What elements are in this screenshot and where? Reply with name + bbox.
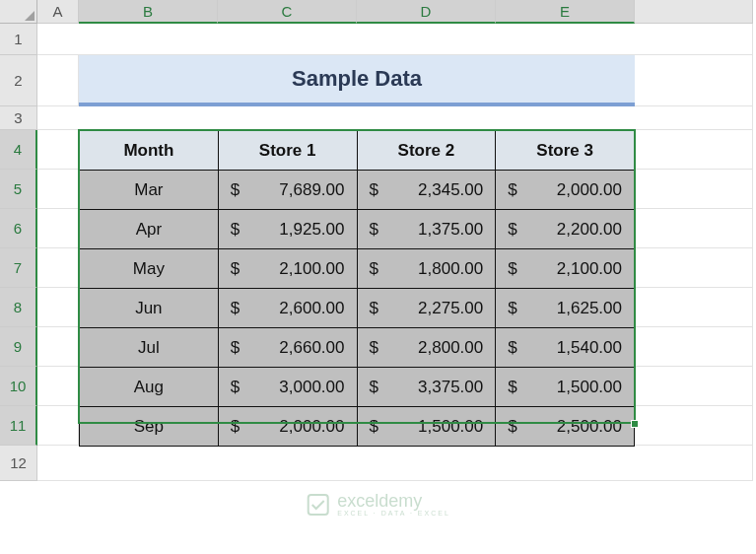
value-cell[interactable]: $2,660.00 xyxy=(218,328,357,368)
row-header-1[interactable]: 1 xyxy=(0,24,37,55)
watermark-name: exceldemy xyxy=(337,492,450,510)
value-cell[interactable]: $1,500.00 xyxy=(496,368,635,407)
col-header-blank[interactable] xyxy=(635,0,753,24)
value-cell[interactable]: $2,600.00 xyxy=(218,289,357,328)
value-cell[interactable]: $1,925.00 xyxy=(218,210,357,249)
table-row: Jul$2,660.00$2,800.00$1,540.00 xyxy=(80,328,635,368)
month-cell[interactable]: Jul xyxy=(80,328,219,368)
table-row: Apr$1,925.00$1,375.00$2,200.00 xyxy=(80,210,635,249)
month-cell[interactable]: Aug xyxy=(80,368,219,407)
value-cell[interactable]: $3,000.00 xyxy=(218,368,357,407)
title-cell[interactable]: Sample Data xyxy=(79,55,635,106)
value-cell[interactable]: $2,200.00 xyxy=(496,210,635,249)
header-month[interactable]: Month xyxy=(80,131,219,171)
value-cell[interactable]: $1,500.00 xyxy=(357,407,496,447)
value-cell[interactable]: $2,000.00 xyxy=(218,407,357,447)
col-header-D[interactable]: D xyxy=(357,0,496,24)
table-row: May$2,100.00$1,800.00$2,100.00 xyxy=(80,249,635,289)
row-header-9[interactable]: 9 xyxy=(0,327,37,367)
value-cell[interactable]: $1,375.00 xyxy=(357,210,496,249)
row-header-10[interactable]: 10 xyxy=(0,367,37,406)
month-cell[interactable]: May xyxy=(80,249,219,289)
value-cell[interactable]: $2,000.00 xyxy=(496,171,635,210)
row-header-5[interactable]: 5 xyxy=(0,170,37,209)
month-cell[interactable]: Mar xyxy=(80,171,219,210)
row-header-2[interactable]: 2 xyxy=(0,55,37,106)
value-cell[interactable]: $2,345.00 xyxy=(357,171,496,210)
month-cell[interactable]: Sep xyxy=(80,407,219,447)
selection-fill-handle[interactable] xyxy=(631,420,639,428)
header-store2[interactable]: Store 2 xyxy=(357,131,496,171)
row-header-8[interactable]: 8 xyxy=(0,288,37,327)
value-cell[interactable]: $2,275.00 xyxy=(357,289,496,328)
header-store1[interactable]: Store 1 xyxy=(218,131,357,171)
table-row: Mar$7,689.00$2,345.00$2,000.00 xyxy=(80,171,635,210)
value-cell[interactable]: $1,540.00 xyxy=(496,328,635,368)
row-header-11[interactable]: 11 xyxy=(0,406,37,446)
table-row: Jun$2,600.00$2,275.00$1,625.00 xyxy=(80,289,635,328)
row-header-7[interactable]: 7 xyxy=(0,248,37,288)
month-cell[interactable]: Jun xyxy=(80,289,219,328)
value-cell[interactable]: $3,375.00 xyxy=(357,368,496,407)
spreadsheet-grid: A B C D E 1 2 Sample Data 3 4 Month Stor… xyxy=(0,0,756,481)
value-cell[interactable]: $2,100.00 xyxy=(218,249,357,289)
row-header-3[interactable]: 3 xyxy=(0,106,37,130)
value-cell[interactable]: $1,625.00 xyxy=(496,289,635,328)
svg-rect-0 xyxy=(308,495,327,515)
row-header-6[interactable]: 6 xyxy=(0,209,37,248)
value-cell[interactable]: $1,800.00 xyxy=(357,249,496,289)
data-table: Month Store 1 Store 2 Store 3 Mar$7,689.… xyxy=(79,130,635,447)
value-cell[interactable]: $7,689.00 xyxy=(218,171,357,210)
selection-range[interactable]: Month Store 1 Store 2 Store 3 Mar$7,689.… xyxy=(79,130,635,446)
table-row: Sep$2,000.00$1,500.00$2,500.00 xyxy=(80,407,635,447)
value-cell[interactable]: $2,800.00 xyxy=(357,328,496,368)
col-header-C[interactable]: C xyxy=(218,0,357,24)
row-header-4[interactable]: 4 xyxy=(0,130,37,170)
col-header-A[interactable]: A xyxy=(37,0,79,24)
header-store3[interactable]: Store 3 xyxy=(496,131,635,171)
col-header-E[interactable]: E xyxy=(496,0,635,24)
watermark-tagline: EXCEL · DATA · EXCEL xyxy=(337,510,450,517)
watermark: exceldemy EXCEL · DATA · EXCEL xyxy=(306,492,450,517)
table-header-row: Month Store 1 Store 2 Store 3 xyxy=(80,131,635,171)
table-row: Aug$3,000.00$3,375.00$1,500.00 xyxy=(80,368,635,407)
month-cell[interactable]: Apr xyxy=(80,210,219,249)
value-cell[interactable]: $2,100.00 xyxy=(496,249,635,289)
select-all-corner[interactable] xyxy=(0,0,37,24)
logo-icon xyxy=(306,493,329,517)
value-cell[interactable]: $2,500.00 xyxy=(496,407,635,447)
col-header-B[interactable]: B xyxy=(79,0,218,24)
row-header-12[interactable]: 12 xyxy=(0,446,37,481)
